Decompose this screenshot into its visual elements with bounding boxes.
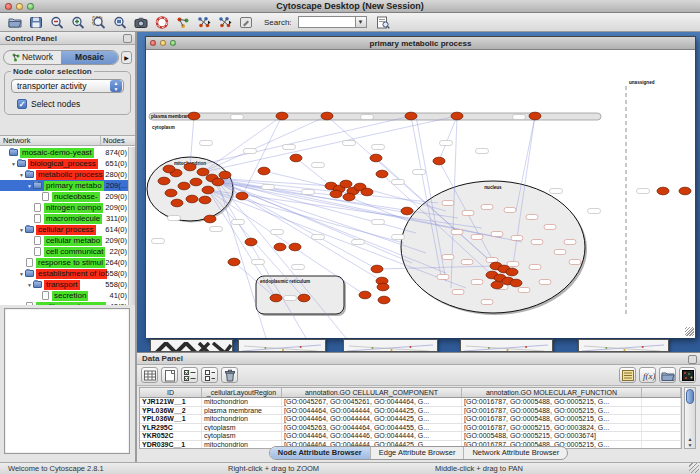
- import-attributes-button[interactable]: [659, 367, 676, 383]
- table-cell[interactable]: [GO:0016787, GO:0005488, GO:0005215, G..…: [462, 407, 642, 415]
- tab-mosaic[interactable]: Mosaic: [61, 51, 118, 64]
- copy-network-no-view-button[interactable]: [216, 14, 234, 30]
- network-graph[interactable]: plasma membranecytoplasmmitochondrionnuc…: [146, 51, 695, 338]
- network-node[interactable]: [204, 215, 216, 223]
- select-nodes-checkbox[interactable]: ✓: [17, 99, 27, 109]
- table-cell[interactable]: [GO:0044464, GO:0044446, GO:0044444, G..…: [282, 432, 462, 440]
- table-cell[interactable]: mitochondrion: [202, 415, 282, 423]
- search-dropdown-arrow[interactable]: ▼: [356, 16, 367, 28]
- table-cell[interactable]: [GO:0044464, GO:0044444, GO:0044425, G..…: [282, 407, 462, 415]
- disclosure-arrow-icon[interactable]: ▼: [26, 282, 33, 288]
- nucleus-node[interactable]: [504, 208, 516, 213]
- network-node[interactable]: [401, 207, 413, 215]
- network-node[interactable]: [529, 112, 541, 120]
- table-cell[interactable]: cytoplasm: [202, 424, 282, 432]
- network-canvas[interactable]: plasma membranecytoplasmmitochondrionnuc…: [146, 51, 695, 338]
- attribute-editor-button[interactable]: [619, 367, 636, 383]
- network-node[interactable]: [290, 154, 302, 162]
- table-column-header[interactable]: annotation.GO MOLECULAR_FUNCTION: [462, 388, 642, 397]
- network-node[interactable]: [376, 170, 388, 178]
- network-node[interactable]: [340, 180, 352, 188]
- birds-eye-view[interactable]: [4, 308, 130, 454]
- network-node[interactable]: [270, 294, 282, 302]
- tree-row-response-to-stimul[interactable]: response to stimul264(0): [0, 257, 128, 268]
- table-cell[interactable]: [GO:0005488, GO:0005215, GO:0003674]: [462, 432, 642, 440]
- zoom-fit-button[interactable]: [90, 14, 108, 30]
- background-network-window[interactable]: [460, 339, 553, 352]
- tab-network-attribute-browser[interactable]: Network Attribute Browser: [464, 447, 567, 459]
- unselect-all-attributes-button[interactable]: [201, 367, 218, 383]
- table-cell[interactable]: YKR052C: [140, 432, 202, 440]
- table-scrollbar-thumb[interactable]: [686, 389, 694, 404]
- disclosure-arrow-icon[interactable]: ▼: [18, 271, 25, 277]
- network-node[interactable]: [163, 165, 175, 173]
- create-attribute-button[interactable]: [161, 367, 178, 383]
- create-network-button[interactable]: [174, 14, 192, 30]
- table-row[interactable]: YJR121W__1mitochondrion[GO:0045267, GO:0…: [140, 398, 681, 407]
- network-edge[interactable]: [203, 116, 457, 172]
- network-node[interactable]: [171, 199, 183, 207]
- network-node[interactable]: [298, 294, 310, 302]
- table-row[interactable]: YKR052Ccytoplasm[GO:0044464, GO:0044446,…: [140, 432, 681, 441]
- network-node[interactable]: [186, 195, 198, 203]
- tree-row-metabolic-process[interactable]: ▼metabolic process280(0): [0, 169, 128, 180]
- select-all-attributes-button[interactable]: [181, 367, 198, 383]
- nucleus-node[interactable]: [451, 230, 463, 235]
- table-cell[interactable]: [GO:0016787, GO:0005488, GO:0005215, G..…: [462, 398, 642, 406]
- network-edge[interactable]: [212, 178, 306, 338]
- network-node[interactable]: [377, 283, 389, 291]
- network-edge[interactable]: [439, 116, 457, 161]
- snapshot-button[interactable]: [132, 14, 150, 30]
- tree-row-cell-communicat[interactable]: cell communicat22(0): [0, 246, 128, 257]
- tree-column-nodes[interactable]: Nodes: [101, 136, 135, 145]
- save-button[interactable]: [27, 14, 45, 30]
- table-cell[interactable]: [GO:0044464, GO:0044444, GO:0044425, G..…: [282, 415, 462, 423]
- function-builder-button[interactable]: f(x): [639, 367, 656, 383]
- table-row[interactable]: YPL036W__2plasma membrane[GO:0044464, GO…: [140, 407, 681, 416]
- data-panel-float-icon[interactable]: [688, 355, 697, 364]
- disclosure-arrow-icon[interactable]: ▼: [18, 172, 25, 178]
- minimize-button[interactable]: [16, 3, 23, 10]
- nucleus-node[interactable]: [564, 240, 576, 245]
- table-cell[interactable]: YPL036W__2: [140, 407, 202, 415]
- tree-row-nucleobase-[interactable]: nucleobase-209(0): [0, 191, 128, 202]
- network-node[interactable]: [188, 112, 200, 120]
- nucleus-node[interactable]: [442, 255, 454, 260]
- tree-row-cellular-metabo[interactable]: cellular metabo209(0): [0, 235, 128, 246]
- tree-row-establishment-of-lo[interactable]: ▼establishment of lo558(0): [0, 268, 128, 279]
- network-node[interactable]: [199, 196, 211, 204]
- network-node[interactable]: [276, 112, 288, 120]
- nucleus-node[interactable]: [471, 280, 483, 285]
- network-node[interactable]: [657, 187, 669, 195]
- network-node[interactable]: [371, 265, 383, 273]
- zoom-out-button[interactable]: [48, 14, 66, 30]
- net-minimize-button[interactable]: [160, 40, 166, 46]
- zoom-selected-button[interactable]: [111, 14, 129, 30]
- network-node[interactable]: [178, 182, 190, 190]
- network-node[interactable]: [506, 268, 518, 276]
- table-row[interactable]: YPL036W__1mitochondrion[GO:0044464, GO:0…: [140, 415, 681, 424]
- network-node[interactable]: [361, 188, 373, 196]
- tree-row-secretion[interactable]: secretion41(0): [0, 290, 128, 301]
- tab-overflow-button[interactable]: ▶: [121, 51, 132, 64]
- network-node[interactable]: [378, 296, 390, 304]
- nucleus-node[interactable]: [461, 260, 473, 265]
- table-cell[interactable]: YLR295C: [140, 424, 202, 432]
- network-edge[interactable]: [208, 190, 276, 298]
- table-column-header[interactable]: _cellularLayoutRegion: [202, 388, 282, 397]
- network-node[interactable]: [289, 243, 301, 251]
- help-button[interactable]: [153, 14, 171, 30]
- network-node[interactable]: [370, 154, 382, 162]
- table-cell[interactable]: [GO:0045267, GO:0045261, GO:0044464, G..…: [282, 398, 462, 406]
- tree-row-macromolecule[interactable]: macromolecule311(0): [0, 213, 128, 224]
- network-node[interactable]: [330, 190, 342, 198]
- network-edge[interactable]: [296, 158, 331, 186]
- network-window-resize-grip[interactable]: [685, 327, 694, 336]
- network-node[interactable]: [184, 163, 196, 171]
- close-button[interactable]: [5, 3, 12, 10]
- table-cell[interactable]: YJR121W__1: [140, 398, 202, 406]
- app-resize-grip[interactable]: [689, 463, 699, 473]
- enhanced-search-button[interactable]: [374, 14, 392, 30]
- table-cell[interactable]: plasma membrane: [202, 407, 282, 415]
- network-node[interactable]: [258, 167, 270, 175]
